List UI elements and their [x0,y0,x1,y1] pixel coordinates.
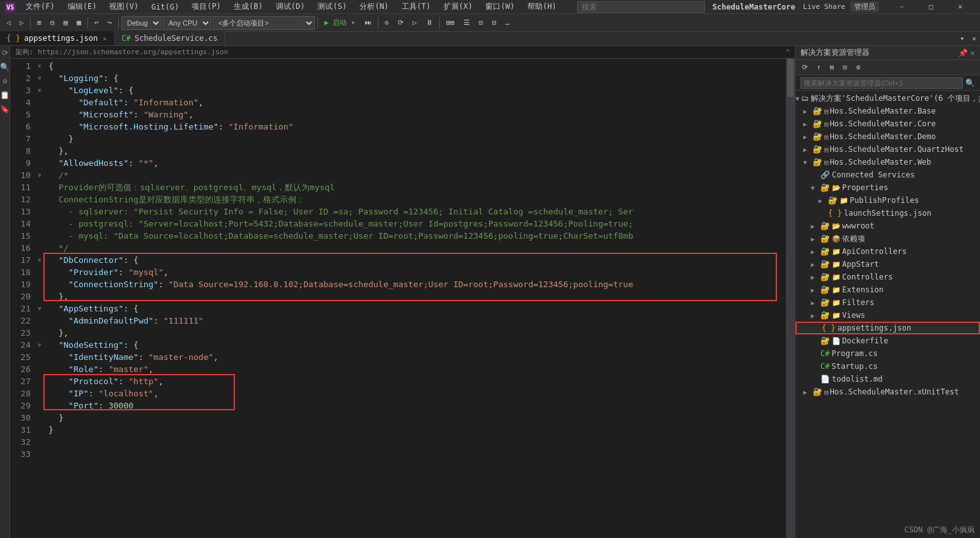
menu-project[interactable]: 项目(P) [186,0,226,13]
tab-scheduleservice[interactable]: C# ScheduleService.cs [115,31,225,45]
tree-arrow-demo[interactable]: ▶ [803,133,811,140]
tree-item-extension[interactable]: ▶ 🔐 📁 Extension [795,283,980,296]
toolbar-more-8[interactable]: ⊡ [488,16,501,30]
step-button[interactable]: ⏭ [361,16,375,30]
sidebar-icon-3[interactable]: ⚙ [1,77,10,86]
startup-dropdown[interactable]: <多个启动项目> [213,16,315,30]
sidebar-icon-2[interactable]: 🔍 [1,63,10,71]
undo-button[interactable]: ↩ [91,16,103,30]
breadcrumb-expand-icon[interactable]: ⌃ [785,48,790,56]
scrollbar-thumb[interactable] [787,59,794,97]
tree-item-publish[interactable]: ▶ 🔐 📁 PublishProfiles [795,194,980,207]
fold-3[interactable]: ▼ [36,84,43,96]
redo-button[interactable]: ↪ [103,16,116,30]
run-button[interactable]: ▶ 启动 ▾ [320,16,359,30]
menu-build[interactable]: 生成(B) [229,0,268,13]
panel-search-icon[interactable]: 🔍 [965,78,975,87]
tree-item-xunit[interactable]: ▶ 🔐 ▤ Hos.ScheduleMaster.xUnitTest [795,385,980,398]
tree-arrow-appstart[interactable]: ▶ [811,261,818,268]
tree-item-demo[interactable]: ▶ 🔐 ▤ Hos.ScheduleMaster.Demo [795,130,980,143]
toolbar-more-6[interactable]: ☰ [460,16,474,30]
tab-appsettings-close[interactable]: ✕ [102,35,108,42]
tab-menu-button[interactable]: ▾ [956,31,969,45]
tree-arrow-base[interactable]: ▶ [803,108,811,115]
tree-item-program[interactable]: ▶ C# Program.cs [795,347,980,360]
config-dropdown[interactable]: Debug [121,16,162,30]
tree-item-appsettings[interactable]: ▶ { } appsettings.json [795,322,980,334]
tree-item-appstart[interactable]: ▶ 🔐 📁 AppStart [795,258,980,271]
tree-arrow-extension[interactable]: ▶ [811,287,818,294]
editor-scrollbar[interactable] [786,59,795,538]
tree-item-web[interactable]: ▼ 🔐 ▤ Hos.ScheduleMaster.Web [795,156,980,168]
menu-file[interactable]: 文件(F) [20,0,60,13]
tree-item-startup[interactable]: ▶ C# Startup.cs [795,360,980,373]
panel-toolbar-btn-3[interactable]: ⊞ [826,61,838,75]
code-area[interactable]: { "Logging": { "LogLevel": { "Default": … [43,59,786,538]
panel-close-button[interactable]: ✕ [970,49,975,57]
tree-arrow-xunit[interactable]: ▶ [803,389,811,396]
tree-arrow-deps[interactable]: ▶ [811,235,818,243]
toolbar-more-2[interactable]: ⟳ [394,16,407,30]
toolbar-more-7[interactable]: ⊡ [475,16,487,30]
menu-tools[interactable]: 工具(T) [396,0,436,13]
tree-arrow-properties[interactable]: ▼ [811,184,818,191]
tree-item-views[interactable]: ▶ 🔐 📁 Views [795,309,980,322]
toolbar-icon-1[interactable]: ⊞ [33,16,45,30]
tree-arrow-controllers[interactable]: ▶ [811,274,818,281]
menu-git[interactable]: Git(G) [146,1,184,13]
tree-arrow-wwwroot[interactable]: ▶ [811,223,818,230]
nav-forward-button[interactable]: ▷ [16,16,28,30]
tree-item-todolist[interactable]: ▶ 📄 todolist.md [795,373,980,385]
panel-toolbar-btn-2[interactable]: ↑ [813,61,825,75]
toolbar-more-1[interactable]: ⊙ [381,16,393,30]
tree-item-base[interactable]: ▶ 🔐 ▤ Hos.ScheduleMaster.Base [795,105,980,117]
tree-item-deps[interactable]: ▶ 🔐 📦 依赖项 [795,232,980,245]
tab-close-all[interactable]: ✕ [968,31,980,45]
menu-extensions[interactable]: 扩展(X) [439,0,478,13]
sidebar-icon-5[interactable]: 🔖 [1,105,10,114]
tree-arrow-quartz[interactable]: ▶ [803,146,811,153]
sidebar-icon-4[interactable]: 📋 [1,91,10,100]
panel-search-input[interactable] [801,77,963,89]
tree-item-quartz[interactable]: ▶ 🔐 ▤ Hos.ScheduleMaster.QuartzHost [795,143,980,156]
search-input[interactable] [577,1,705,13]
toolbar-more-4[interactable]: ⏸ [422,16,437,30]
tree-item-filters[interactable]: ▶ 🔐 📁 Filters [795,296,980,309]
menu-window[interactable]: 窗口(W) [480,0,520,13]
close-button[interactable]: ✕ [946,0,975,14]
solution-root[interactable]: ▼ 🗂 解决方案'ScheduleMasterCore'(6 个项目，共 6 个 [795,92,980,105]
toolbar-icon-3[interactable]: ▤ [60,16,72,30]
tree-arrow-apicontrollers[interactable]: ▶ [811,248,818,255]
tree-arrow-views[interactable]: ▶ [811,312,818,319]
fold-21[interactable]: ▼ [36,303,43,315]
menu-analyze[interactable]: 分析(N) [354,0,394,13]
fold-24[interactable]: ▼ [36,339,43,351]
tree-item-properties[interactable]: ▼ 🔐 📂 Properties [795,181,980,194]
editor-content[interactable]: 1 2 3 4 5 6 7 8 9 10 11 12 13 14 15 16 1 [10,59,795,538]
platform-dropdown[interactable]: Any CPU [163,16,211,30]
tree-arrow-filters[interactable]: ▶ [811,299,818,306]
menu-debug[interactable]: 调试(D) [271,0,310,13]
tab-appsettings[interactable]: { } appsettings.json ✕ [0,31,115,45]
tree-item-launch[interactable]: ▶ { } launchSettings.json [795,207,980,220]
toolbar-more-3[interactable]: ▷ [409,16,421,30]
toolbar-more-5[interactable]: ⊞⊞ [442,16,458,30]
tree-item-apicontrollers[interactable]: ▶ 🔐 📁 ApiControllers [795,245,980,258]
menu-test[interactable]: 测试(S) [312,0,352,13]
fold-17[interactable]: ▼ [36,254,43,266]
menu-view[interactable]: 视图(V) [104,0,144,13]
lightbulb-icon[interactable]: 💡 [43,242,44,254]
live-share-btn[interactable]: Live Share [803,3,845,11]
minimize-button[interactable]: － [887,0,916,14]
toolbar-icon-2[interactable]: ⊟ [47,16,59,30]
menu-help[interactable]: 帮助(H) [522,0,562,13]
toolbar-icon-4[interactable]: ▦ [73,16,85,30]
panel-toolbar-btn-4[interactable]: ⊟ [839,61,851,75]
maximize-button[interactable]: □ [916,0,946,14]
panel-toolbar-btn-5[interactable]: ⚙ [852,61,864,75]
solution-root-arrow[interactable]: ▼ [795,95,799,102]
tree-arrow-web[interactable]: ▼ [803,159,811,166]
tree-item-core[interactable]: ▶ 🔐 ▤ Hos.ScheduleMaster.Core [795,117,980,130]
fold-1[interactable]: ▼ [36,60,43,72]
sidebar-icon-1[interactable]: ⟳ [1,49,10,57]
